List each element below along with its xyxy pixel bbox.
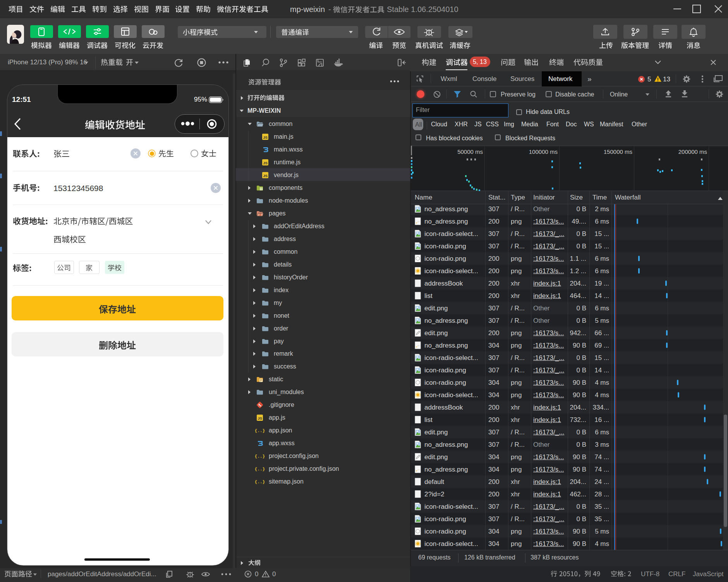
svg-text:JS: JS: [258, 416, 262, 420]
svg-text:{..}: {..}: [255, 480, 265, 484]
svg-text:JS: JS: [263, 135, 268, 139]
svg-text:JS: JS: [263, 161, 268, 165]
svg-text:{..}: {..}: [255, 467, 265, 472]
svg-text:{..}: {..}: [255, 454, 265, 459]
svg-text:JS: JS: [263, 174, 268, 178]
svg-text:{..}: {..}: [255, 429, 265, 433]
